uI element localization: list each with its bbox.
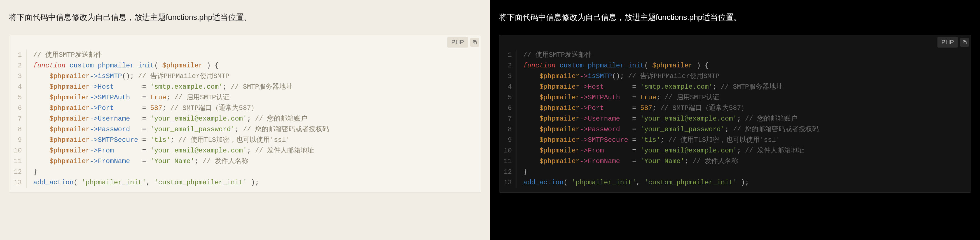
line-gutter: 12345678910111213 — [500, 50, 517, 188]
code-line: $phpmailer->FromName = 'Your Name'; // 发… — [33, 156, 329, 167]
code-line: $phpmailer->isSMTP(); // 告诉PHPMailer使用SM… — [523, 71, 819, 82]
line-number: 11 — [14, 156, 22, 167]
code-line: function custom_phpmailer_init( $phpmail… — [523, 60, 819, 71]
line-number: 4 — [14, 82, 22, 92]
line-number: 5 — [14, 92, 22, 103]
line-number: 10 — [14, 145, 22, 156]
line-number: 13 — [504, 177, 512, 188]
code-line: $phpmailer->From = 'your_email@example.c… — [33, 145, 329, 156]
code-line: $phpmailer->Username = 'your_email@examp… — [33, 114, 329, 124]
code-line: // 使用SMTP发送邮件 — [33, 50, 329, 60]
code-line: $phpmailer->SMTPSecure = 'tls'; // 使用TLS… — [523, 135, 819, 145]
language-badge: PHP — [937, 37, 958, 48]
code-block-light: PHP 12345678910111213 // 使用SMTP发送邮件funct… — [9, 35, 481, 193]
line-number: 5 — [504, 92, 512, 103]
line-number: 1 — [504, 50, 512, 60]
code-header: PHP — [500, 35, 971, 48]
code-line: } — [33, 167, 329, 177]
code-line: // 使用SMTP发送邮件 — [523, 50, 819, 60]
code-line: $phpmailer->SMTPSecure = 'tls'; // 使用TLS… — [33, 135, 329, 145]
line-number: 12 — [14, 167, 22, 177]
line-number: 9 — [14, 135, 22, 145]
copy-icon — [472, 40, 477, 45]
line-number: 8 — [504, 124, 512, 135]
code-line: $phpmailer->SMTPAuth = true; // 启用SMTP认证 — [523, 92, 819, 103]
line-number: 2 — [504, 60, 512, 71]
code-text[interactable]: // 使用SMTP发送邮件function custom_phpmailer_i… — [27, 50, 329, 188]
code-body: 12345678910111213 // 使用SMTP发送邮件function … — [9, 48, 481, 192]
code-line: $phpmailer->FromName = 'Your Name'; // 发… — [523, 156, 819, 167]
line-number: 6 — [14, 103, 22, 114]
line-number: 4 — [504, 82, 512, 92]
code-text[interactable]: // 使用SMTP发送邮件function custom_phpmailer_i… — [517, 50, 819, 188]
line-number: 9 — [504, 135, 512, 145]
code-line: } — [523, 167, 819, 177]
instruction-text: 将下面代码中信息修改为自己信息，放进主题functions.php适当位置。 — [499, 11, 971, 24]
code-block-dark: PHP 12345678910111213 // 使用SMTP发送邮件funct… — [499, 35, 971, 193]
code-body: 12345678910111213 // 使用SMTP发送邮件function … — [500, 48, 971, 192]
light-theme-pane: 将下面代码中信息修改为自己信息，放进主题functions.php适当位置。 P… — [0, 0, 490, 240]
svg-rect-1 — [964, 42, 966, 44]
line-number: 3 — [14, 71, 22, 82]
svg-rect-0 — [474, 42, 476, 44]
code-line: $phpmailer->Host = 'smtp.example.com'; /… — [523, 82, 819, 92]
code-line: function custom_phpmailer_init( $phpmail… — [33, 60, 329, 71]
dark-theme-pane: 将下面代码中信息修改为自己信息，放进主题functions.php适当位置。 P… — [490, 0, 980, 240]
language-badge: PHP — [447, 37, 468, 48]
code-header: PHP — [9, 35, 481, 48]
code-line: $phpmailer->Password = 'your_email_passw… — [33, 124, 329, 135]
code-line: $phpmailer->Port = 587; // SMTP端口（通常为587… — [33, 103, 329, 114]
line-gutter: 12345678910111213 — [9, 50, 27, 188]
instruction-text: 将下面代码中信息修改为自己信息，放进主题functions.php适当位置。 — [9, 11, 481, 24]
copy-button[interactable] — [470, 38, 479, 47]
line-number: 7 — [14, 114, 22, 124]
line-number: 11 — [504, 156, 512, 167]
line-number: 2 — [14, 60, 22, 71]
code-line: $phpmailer->From = 'your_email@example.c… — [523, 145, 819, 156]
line-number: 6 — [504, 103, 512, 114]
line-number: 1 — [14, 50, 22, 60]
line-number: 3 — [504, 71, 512, 82]
line-number: 13 — [14, 177, 22, 188]
code-line: add_action( 'phpmailer_init', 'custom_ph… — [33, 177, 329, 188]
code-line: $phpmailer->Username = 'your_email@examp… — [523, 114, 819, 124]
line-number: 10 — [504, 145, 512, 156]
copy-icon — [962, 40, 967, 45]
code-line: $phpmailer->Host = 'smtp.example.com'; /… — [33, 82, 329, 92]
line-number: 7 — [504, 114, 512, 124]
copy-button[interactable] — [960, 38, 969, 47]
code-line: $phpmailer->Port = 587; // SMTP端口（通常为587… — [523, 103, 819, 114]
line-number: 12 — [504, 167, 512, 177]
code-line: $phpmailer->isSMTP(); // 告诉PHPMailer使用SM… — [33, 71, 329, 82]
code-line: add_action( 'phpmailer_init', 'custom_ph… — [523, 177, 819, 188]
code-line: $phpmailer->SMTPAuth = true; // 启用SMTP认证 — [33, 92, 329, 103]
line-number: 8 — [14, 124, 22, 135]
code-line: $phpmailer->Password = 'your_email_passw… — [523, 124, 819, 135]
